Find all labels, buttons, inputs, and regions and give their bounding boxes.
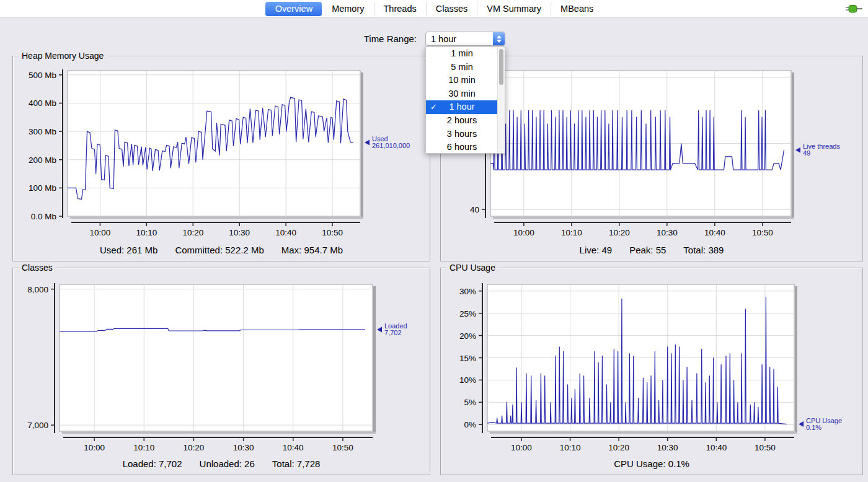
classes-stat-total: Total: 7,728 xyxy=(272,458,321,469)
svg-text:10:00: 10:00 xyxy=(511,443,532,452)
svg-text:10:20: 10:20 xyxy=(608,443,629,452)
svg-text:30%: 30% xyxy=(459,287,476,296)
menu-item-3hours[interactable]: 3 hours xyxy=(426,128,498,141)
svg-text:0.0 Mb: 0.0 Mb xyxy=(31,212,56,221)
svg-text:7,000: 7,000 xyxy=(27,421,48,430)
svg-text:200 Mb: 200 Mb xyxy=(29,156,56,165)
heap-annotation-label: 261,010,000 xyxy=(372,142,410,149)
svg-text:10:10: 10:10 xyxy=(133,443,154,452)
checkmark-icon: ✓ xyxy=(430,100,437,114)
svg-text:10:10: 10:10 xyxy=(561,228,582,237)
threads-stat-peak: Peak: 55 xyxy=(629,245,666,255)
svg-text:10:00: 10:00 xyxy=(513,228,534,237)
tab-mbeans[interactable]: MBeans xyxy=(551,2,603,16)
menu-item-30min[interactable]: 30 min xyxy=(426,87,498,101)
svg-text:20%: 20% xyxy=(459,331,476,341)
tab-vm-summary[interactable]: VM Summary xyxy=(477,2,551,16)
menu-scrollbar[interactable] xyxy=(497,47,505,153)
threads-stat-total: Total: 389 xyxy=(683,245,724,255)
svg-text:10:00: 10:00 xyxy=(84,443,105,452)
heap-stats: Used: 261 Mb Committed: 522.2 Mb Max: 95… xyxy=(13,245,430,255)
menu-scrollbar-thumb[interactable] xyxy=(499,49,503,85)
time-range-label: Time Range: xyxy=(329,33,417,44)
menu-item-2hours[interactable]: 2 hours xyxy=(426,114,498,128)
threads-annotation-arrow-icon xyxy=(795,147,800,153)
heap-stat-committed: Committed: 522.2 Mb xyxy=(175,245,264,255)
svg-text:10%: 10% xyxy=(459,375,476,385)
tab-overview[interactable]: Overview xyxy=(265,2,322,16)
menu-item-1hour[interactable]: ✓ 1 hour xyxy=(426,100,498,114)
svg-text:10:10: 10:10 xyxy=(136,228,157,237)
svg-text:10:50: 10:50 xyxy=(332,443,353,452)
menu-item-10min[interactable]: 10 min xyxy=(426,74,498,87)
cpu-annotation-label: 0.1% xyxy=(806,424,822,431)
jconsole-window: Overview Memory Threads Classes VM Summa… xyxy=(0,0,868,482)
svg-text:400 Mb: 400 Mb xyxy=(29,99,56,108)
svg-text:10:50: 10:50 xyxy=(322,228,343,237)
threads-annotation-label: 49 xyxy=(803,149,810,157)
svg-text:100 Mb: 100 Mb xyxy=(29,183,56,193)
combo-stepper[interactable] xyxy=(493,32,505,45)
menu-item-5min[interactable]: 5 min xyxy=(426,61,498,74)
tab-classes[interactable]: Classes xyxy=(426,2,477,16)
classes-stat-loaded: Loaded: 7,702 xyxy=(123,458,182,469)
heap-memory-panel: Heap Memory Usage 500 Mb400 Mb300 Mb200 … xyxy=(12,56,430,261)
svg-text:10:50: 10:50 xyxy=(752,228,773,237)
cpu-usage-panel: CPU Usage 30%25%20%15%10%5%0%10:0010:101… xyxy=(440,268,863,475)
cpu-stat-usage: CPU Usage: 0.1% xyxy=(614,458,689,469)
time-range-value: 1 hour xyxy=(426,34,493,44)
classes-chart: 8,0007,00010:0010:1010:2010:3010:4010:50… xyxy=(13,268,430,475)
classes-annotation-label: 7,702 xyxy=(384,329,402,336)
chevron-down-icon xyxy=(497,40,502,43)
classes-panel: Classes 8,0007,00010:0010:1010:2010:3010… xyxy=(12,268,430,475)
heap-stat-used: Used: 261 Mb xyxy=(100,245,157,255)
svg-text:10:20: 10:20 xyxy=(609,228,630,237)
tab-memory[interactable]: Memory xyxy=(322,2,373,16)
classes-stat-unloaded: Unloaded: 26 xyxy=(200,458,255,469)
svg-text:10:30: 10:30 xyxy=(657,228,678,237)
svg-text:10:40: 10:40 xyxy=(706,443,727,452)
menu-item-label: 1 hour xyxy=(449,102,474,112)
svg-text:10:40: 10:40 xyxy=(275,228,296,237)
svg-text:15%: 15% xyxy=(459,354,476,363)
heap-memory-chart: 500 Mb400 Mb300 Mb200 Mb100 Mb0.0 Mb10:0… xyxy=(13,56,430,261)
svg-text:10:00: 10:00 xyxy=(90,228,111,237)
svg-text:40: 40 xyxy=(470,205,479,214)
svg-text:10:50: 10:50 xyxy=(755,443,776,452)
svg-text:0%: 0% xyxy=(464,420,476,429)
svg-text:10:20: 10:20 xyxy=(184,443,205,452)
svg-text:8,000: 8,000 xyxy=(27,285,48,294)
cpu-usage-chart: 30%25%20%15%10%5%0%10:0010:1010:2010:301… xyxy=(441,268,862,475)
cpu-annotation-arrow-icon xyxy=(799,421,804,427)
svg-text:10:10: 10:10 xyxy=(560,443,581,452)
svg-text:300 Mb: 300 Mb xyxy=(29,127,56,136)
tab-threads[interactable]: Threads xyxy=(374,2,426,16)
svg-text:10:40: 10:40 xyxy=(704,228,725,237)
svg-text:10:40: 10:40 xyxy=(283,443,304,452)
threads-stat-live: Live: 49 xyxy=(580,245,613,255)
svg-text:500 Mb: 500 Mb xyxy=(29,71,56,80)
classes-stats: Loaded: 7,702 Unloaded: 26 Total: 7,728 xyxy=(13,458,430,469)
svg-text:10:30: 10:30 xyxy=(229,228,250,237)
svg-text:10:20: 10:20 xyxy=(182,228,203,237)
svg-text:25%: 25% xyxy=(459,309,476,318)
heap-stat-max: Max: 954.7 Mb xyxy=(281,245,343,255)
menu-item-1min[interactable]: 1 min xyxy=(426,47,498,61)
menu-item-6hours[interactable]: 6 hours xyxy=(426,141,498,154)
classes-annotation-arrow-icon xyxy=(377,327,382,333)
threads-stats: Live: 49 Peak: 55 Total: 389 xyxy=(441,245,862,255)
tab-bar: Overview Memory Threads Classes VM Summa… xyxy=(0,0,868,18)
heap-annotation-arrow-icon xyxy=(365,139,370,145)
svg-text:5%: 5% xyxy=(464,398,476,407)
cpu-stats: CPU Usage: 0.1% xyxy=(441,458,862,469)
connection-status-plug-icon xyxy=(846,4,863,14)
time-range-menu: 1 min 5 min 10 min 30 min ✓ 1 hour 2 hou… xyxy=(425,46,505,154)
svg-text:10:30: 10:30 xyxy=(233,443,254,452)
time-range-menu-items: 1 min 5 min 10 min 30 min ✓ 1 hour 2 hou… xyxy=(426,47,498,153)
chevron-up-icon xyxy=(497,35,502,38)
svg-text:10:30: 10:30 xyxy=(657,443,678,452)
time-range-select[interactable]: 1 hour xyxy=(425,32,505,46)
